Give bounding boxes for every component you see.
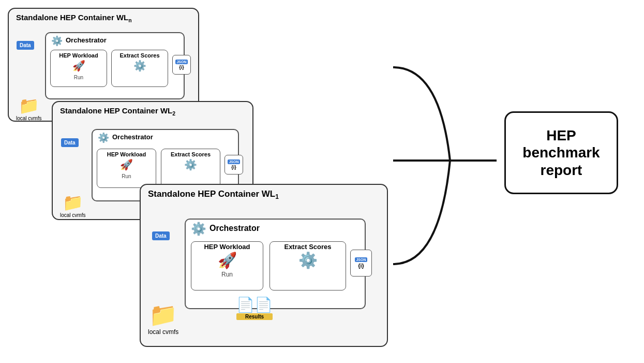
folder-wln: 📁 local cvmfs <box>16 96 41 122</box>
data-box-wl1: Data <box>152 231 170 240</box>
folder-wl1: 📁 local cvmfs <box>148 301 178 336</box>
hep-workload-task-wln: HEP Workload 🚀 Run <box>50 50 107 87</box>
json-box-wl2: JSON {i} <box>224 155 243 175</box>
container-wl1-title: Standalone HEP Container WL1 <box>148 189 279 200</box>
folder-wl2: 📁 local cvmfs <box>60 193 85 219</box>
results-box-wl1: 📄📄 Results <box>236 296 273 320</box>
report-text: HEP benchmark report <box>506 127 617 179</box>
diagram-area: Standalone HEP Container WLn Data ⚙️ Orc… <box>0 0 644 363</box>
container-wl1: Standalone HEP Container WL1 Data ⚙️ Orc… <box>140 184 388 347</box>
orchestrator-label-wln: Orchestrator <box>66 36 107 44</box>
data-box-wl2: Data <box>61 138 79 147</box>
container-wln-title: Standalone HEP Container WLn <box>16 13 132 23</box>
orchestrator-wln: ⚙️ Orchestrator HEP Workload 🚀 Run Extra… <box>45 32 185 99</box>
orchestrator-label-wl2: Orchestrator <box>112 133 153 141</box>
orchestrator-wl1: ⚙️ Orchestrator HEP Workload 🚀 Run Extra… <box>185 219 366 309</box>
orchestrator-icon-wln: ⚙️ <box>51 35 63 47</box>
json-box-wln: JSON {i} <box>172 55 191 75</box>
orchestrator-icon-wl1: ⚙️ <box>191 222 206 236</box>
container-wl2-title: Standalone HEP Container WL2 <box>60 106 175 117</box>
orchestrator-label-wl1: Orchestrator <box>209 224 260 233</box>
extract-scores-task-wl2: Extract Scores ⚙️ <box>161 149 220 188</box>
data-box-wln: Data <box>17 41 34 50</box>
report-bubble: HEP benchmark report <box>504 111 618 194</box>
orchestrator-icon-wl2: ⚙️ <box>98 132 109 143</box>
extract-scores-task-wl1: Extract Scores ⚙️ <box>269 241 346 291</box>
hep-workload-task-wl1: HEP Workload 🚀 Run <box>191 241 263 291</box>
hep-workload-task-wl2: HEP Workload 🚀 Run <box>97 149 156 188</box>
json-box-wl1: JSON {i} <box>350 250 372 277</box>
extract-scores-task-wln: Extract Scores ⚙️ <box>111 50 168 87</box>
